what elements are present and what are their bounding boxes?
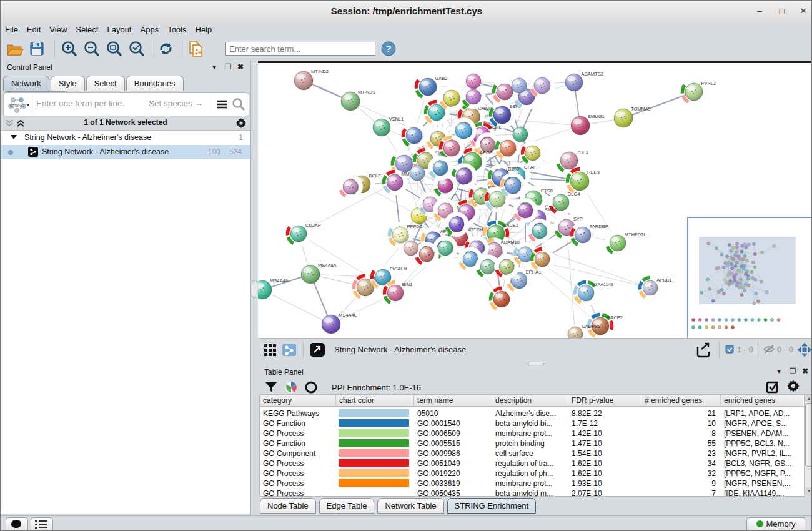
open-session-button[interactable] <box>4 39 24 58</box>
node-APBB1[interactable]: APBB1 <box>638 275 671 300</box>
column-header-category[interactable]: category <box>260 395 336 407</box>
table-cell[interactable]: GO Process <box>260 489 336 497</box>
table-cell[interactable]: 10 <box>641 419 721 429</box>
menu-item-select[interactable]: Select <box>71 23 102 36</box>
string-protein-query-dropdown[interactable]: STRING <box>6 95 31 114</box>
table-cell[interactable]: GO:0006509 <box>414 429 492 439</box>
table-cell[interactable]: protein binding <box>492 439 568 449</box>
table-cell[interactable]: 2.07E-10 <box>568 489 641 497</box>
table-cell[interactable]: GO:0051049 <box>414 459 492 469</box>
table-cell[interactable]: 55 <box>641 439 721 449</box>
column-header--enriched-genes[interactable]: # enriched genes <box>641 395 721 407</box>
table-cell[interactable]: [PPP5C, NGFR, P... <box>721 469 803 479</box>
panel-float-icon[interactable]: ❐ <box>223 62 233 71</box>
node[interactable] <box>513 127 528 142</box>
table-cell[interactable]: [NGFR, PVRL2, IL... <box>721 449 803 459</box>
network-from-file-button[interactable] <box>186 39 205 58</box>
horizontal-splitter[interactable] <box>258 360 812 365</box>
minimize-button[interactable]: – <box>751 6 768 17</box>
table-cell[interactable]: [NGFR, APOE, S... <box>721 419 803 429</box>
table-cell[interactable]: regulation of ph... <box>492 469 568 479</box>
table-panel-close-icon[interactable]: ✖ <box>800 367 810 375</box>
tab-edge-table[interactable]: Edge Table <box>319 498 375 514</box>
tab-node-table[interactable]: Node Table <box>260 498 316 514</box>
string-search-button[interactable] <box>231 97 246 112</box>
menu-item-tools[interactable]: Tools <box>163 23 191 36</box>
table-cell[interactable]: 7 <box>641 489 721 497</box>
table-cell[interactable]: GO Process <box>260 479 336 489</box>
tab-style[interactable]: Style <box>51 76 85 91</box>
pan-compass-button[interactable] <box>797 342 812 357</box>
node[interactable] <box>530 247 555 272</box>
table-cell[interactable]: GO:0005515 <box>414 439 492 449</box>
table-cell[interactable]: 1.42E-10 <box>568 429 641 439</box>
table-cell[interactable]: 1.7E-12 <box>568 419 641 429</box>
node-MME[interactable]: MME <box>382 169 412 196</box>
panel-close-icon[interactable]: ✖ <box>235 62 245 71</box>
table-cell[interactable]: beta-amyloid bi... <box>492 419 568 429</box>
menu-item-help[interactable]: Help <box>191 23 217 36</box>
table-cell[interactable]: [PPP5C, BCL3, N... <box>721 439 803 449</box>
node[interactable] <box>466 74 481 89</box>
network-tree-row[interactable]: String Network - Alzheimer's disease1005… <box>1 145 250 159</box>
table-cell[interactable]: 8 <box>641 429 721 439</box>
zoom-out-button[interactable] <box>82 39 102 58</box>
node[interactable] <box>512 78 527 93</box>
search-input[interactable] <box>225 42 375 56</box>
task-history-button[interactable] <box>31 517 53 531</box>
node-ADAMTS2[interactable]: ADAMTS2 <box>565 71 603 91</box>
species-hint[interactable]: Set species → <box>149 99 203 108</box>
node-TARDBP[interactable]: TARDBP <box>570 222 608 248</box>
tab-network[interactable]: Network <box>3 76 49 91</box>
column-header-term-name[interactable]: term name <box>414 395 492 407</box>
menu-item-edit[interactable]: Edit <box>22 23 45 36</box>
panel-menu-icon[interactable]: ▾ <box>209 62 219 71</box>
scroll-thumb[interactable] <box>805 403 812 467</box>
table-cell[interactable]: GO:0009986 <box>414 449 492 459</box>
node-MS4A4A[interactable]: MS4A4A <box>258 278 289 299</box>
zoom-in-button[interactable] <box>59 39 79 58</box>
node[interactable] <box>411 207 427 224</box>
table-cell[interactable]: GO:0001540 <box>414 419 492 429</box>
table-cell[interactable]: GO Function <box>260 439 336 449</box>
menu-item-apps[interactable]: Apps <box>136 23 164 36</box>
network-canvas[interactable]: MT-ND2MT-ND1VSNL1ADAMTS2PVRL2TOMM40SMUG1… <box>258 61 812 338</box>
table-cell[interactable]: 1.47E-10 <box>568 439 641 449</box>
node-KIAA1149[interactable]: KIAA1149 <box>573 280 613 306</box>
network-options-gear[interactable] <box>235 117 247 129</box>
table-cell[interactable]: [PSENEN, ADAM... <box>721 429 803 439</box>
cytoscape-logo-button[interactable] <box>6 517 28 531</box>
network-tree-row[interactable]: String Network - Alzheimer's disease1 <box>1 131 250 145</box>
tab-string-enrichment[interactable]: STRING Enrichment <box>447 498 536 514</box>
scroll-up-icon[interactable]: ▲ <box>805 395 812 402</box>
menu-item-view[interactable]: View <box>45 23 71 36</box>
node-SMUG1[interactable]: SMUG1 <box>571 114 605 135</box>
column-header-FDR-p-value[interactable]: FDR p-value <box>568 395 641 407</box>
table-cell[interactable]: [NGFR, PSENEN,... <box>721 479 803 489</box>
table-cell[interactable]: Alzheimer's dise... <box>492 409 568 419</box>
table-cell[interactable]: GO Process <box>260 459 336 469</box>
table-panel-float-icon[interactable]: ❐ <box>788 367 798 375</box>
table-settings-button[interactable] <box>786 379 800 393</box>
table-cell[interactable]: GO Process <box>260 469 336 479</box>
table-cell[interactable]: GO:0033619 <box>414 479 492 489</box>
table-cell[interactable]: 1.54E-10 <box>568 449 641 459</box>
node-CD2AP[interactable]: CD2AP <box>285 221 321 247</box>
tab-select[interactable]: Select <box>86 76 125 91</box>
table-cell[interactable]: KEGG Pathways <box>260 409 336 419</box>
table-cell[interactable]: 1.62E-10 <box>568 469 641 479</box>
table-scrollbar[interactable]: ▲ ▼ <box>804 394 812 495</box>
menu-item-file[interactable]: File <box>1 23 22 36</box>
table-cell[interactable]: 1.93E-10 <box>568 479 641 489</box>
filter-button[interactable] <box>264 380 278 394</box>
help-button[interactable]: ? <box>380 41 397 57</box>
table-cell[interactable]: 32 <box>641 469 721 479</box>
string-options-button[interactable] <box>215 97 229 111</box>
menu-item-layout[interactable]: Layout <box>102 23 136 36</box>
column-header-description[interactable]: description <box>492 395 568 407</box>
node-MT-ND2[interactable]: MT-ND2 <box>294 69 329 90</box>
birds-eye-view[interactable] <box>687 217 812 340</box>
memory-button[interactable]: Memory <box>746 517 805 531</box>
table-cell[interactable]: 05010 <box>414 409 492 419</box>
zoom-selected-button[interactable] <box>127 39 147 58</box>
